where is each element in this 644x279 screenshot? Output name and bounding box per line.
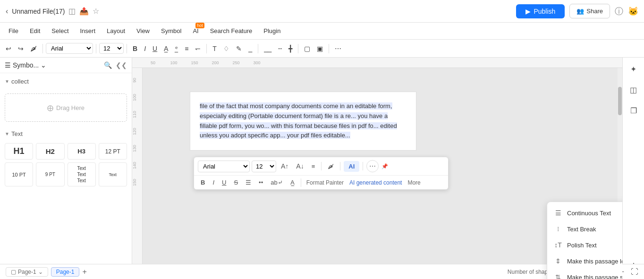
text-item-h1[interactable]: H1 [5, 143, 33, 160]
page-text[interactable]: file of the fact that most company docum… [190, 92, 416, 150]
line-style-button[interactable]: ⎯⎯ [261, 43, 274, 54]
crop-button[interactable]: ▣ [314, 43, 326, 54]
font-color-button[interactable]: A̲ [161, 43, 171, 54]
menu-ai[interactable]: AI hot [188, 25, 203, 36]
text-item-small[interactable]: Text [99, 162, 127, 186]
cm-item-polish-text[interactable]: ↕T Polish Text [547, 237, 622, 253]
text-item-h2[interactable]: H2 [36, 143, 64, 160]
toolbar-divider-1 [42, 44, 43, 53]
line-style2-button[interactable]: ╌ [275, 43, 285, 54]
float-italic-button[interactable]: I [210, 178, 217, 187]
menu-file[interactable]: File [4, 25, 23, 36]
bold-button[interactable]: B [130, 43, 140, 54]
canvas-content: file of the fact that most company docum… [143, 68, 622, 279]
menu-insert[interactable]: Insert [76, 25, 101, 36]
float-align-button[interactable]: ≡ [309, 161, 318, 171]
sidebar-expand-icon[interactable]: ⌄ [41, 61, 46, 69]
menu-select[interactable]: Select [47, 25, 73, 36]
float-bullet-button[interactable]: •• [256, 178, 266, 187]
more-button[interactable]: ⋯ [332, 43, 344, 54]
back-icon[interactable]: ‹ [6, 7, 8, 16]
rb-star-icon[interactable]: ✦ [626, 61, 641, 76]
menu-symbol[interactable]: Symbol [156, 25, 186, 36]
align-button[interactable]: ↽ [192, 43, 203, 54]
cm-item-continuous-text[interactable]: ☰ Continuous Text [547, 205, 622, 221]
cm-item-text-break[interactable]: ⁝ Text Break ► [547, 221, 622, 237]
menu-layout[interactable]: Layout [102, 25, 130, 36]
share-button[interactable]: 👥 Share [569, 4, 610, 18]
rb-panel-icon[interactable]: ◫ [626, 82, 641, 97]
fill-button[interactable]: ♢ [220, 43, 232, 54]
collect-arrow: ▼ [5, 79, 9, 84]
cm-item-shorter[interactable]: ⇅ Make this passage shorter [547, 269, 622, 279]
collect-header[interactable]: ▼ collect [5, 76, 127, 87]
menu-search-feature[interactable]: Search Feature [205, 25, 257, 36]
font-size-select[interactable]: 12 [99, 43, 124, 54]
float-more-button[interactable]: ⋯ [366, 160, 379, 172]
share-doc-icon[interactable]: 📤 [79, 7, 89, 16]
line-border-button[interactable]: ╋ [286, 43, 295, 54]
float-font-color-button[interactable]: A̲ [288, 178, 297, 187]
title-left: ‹ Unnamed File(17) ◫ 📤 ☆ [6, 7, 99, 16]
sidebar-search-icon[interactable]: 🔍 [104, 61, 112, 69]
menu-edit[interactable]: Edit [25, 25, 45, 36]
bb-add-page-button[interactable]: + [82, 268, 86, 276]
bb-page-tab[interactable]: ▢ Page-1 ⌄ [6, 267, 48, 277]
text-item-h3[interactable]: H3 [68, 143, 96, 160]
float-font-up-button[interactable]: A↑ [278, 161, 291, 171]
text-tool-button[interactable]: T [210, 43, 220, 54]
scrollbar-thumb[interactable] [618, 87, 622, 115]
sidebar-collapse-icon[interactable]: ❮❮ [116, 61, 127, 69]
title-right: ▶ Publish 👥 Share ⓘ 🐱 [516, 4, 638, 18]
page-canvas: file of the fact that most company docum… [190, 92, 416, 151]
connector-button[interactable]: ⎯ [246, 43, 255, 54]
underline-button[interactable]: U [150, 43, 160, 54]
menu-plugin[interactable]: Plugin [259, 25, 285, 36]
bb-active-page[interactable]: Page-1 [51, 267, 80, 277]
paint-format-button[interactable]: 🌶 [27, 43, 40, 54]
text-header[interactable]: ▼ Text [5, 128, 127, 139]
hot-badge: hot [195, 23, 204, 28]
help-icon[interactable]: ⓘ [615, 6, 623, 17]
star-icon[interactable]: ☆ [93, 7, 99, 16]
font-family-select[interactable]: Arial [46, 43, 93, 54]
toolbar-divider-3 [127, 44, 127, 53]
drag-here-plus-icon: ⨁ [47, 104, 53, 111]
publish-icon: ▶ [525, 8, 531, 15]
title-bar: ‹ Unnamed File(17) ◫ 📤 ☆ ▶ Publish 👥 Sha… [0, 0, 644, 23]
file-title: Unnamed File(17) [12, 8, 65, 15]
float-pin-button[interactable]: 📌 [381, 163, 388, 169]
float-ai-button[interactable]: AI [344, 161, 359, 172]
bb-fullscreen-button[interactable]: ⛶ [631, 268, 638, 276]
italic-button[interactable]: I [141, 43, 149, 54]
avatar[interactable]: 🐱 [628, 6, 638, 17]
float-bold-button[interactable]: B [198, 178, 208, 187]
rb-grid-icon[interactable]: ❐ [626, 103, 641, 118]
float-paint-button[interactable]: 🌶 [325, 161, 337, 171]
float-wrap-button[interactable]: ab⤶ [268, 178, 285, 187]
float-underline-button[interactable]: U [219, 178, 229, 187]
text-item-10pt[interactable]: 10 PT [5, 162, 33, 186]
float-list-button[interactable]: ☰ [243, 178, 254, 187]
drag-here-area[interactable]: ⨁ Drag Here [5, 93, 127, 122]
passage-longer-icon: ⇕ [554, 257, 562, 265]
line-spacing-button[interactable]: ≡ [182, 43, 191, 54]
float-size-select[interactable]: 12 [252, 161, 276, 172]
ft-divider-1 [321, 162, 322, 170]
undo-button[interactable]: ↩ [3, 43, 14, 54]
panel-icon[interactable]: ◫ [68, 7, 76, 16]
ft-divider-2 [340, 162, 340, 170]
text-item-9pt[interactable]: 9 PT [36, 162, 64, 186]
float-font-select[interactable]: Arial [198, 161, 250, 172]
pen-button[interactable]: ✎ [233, 43, 245, 54]
frame-button[interactable]: ▢ [301, 43, 313, 54]
float-strike-button[interactable]: S [231, 178, 241, 187]
text-item-12pt[interactable]: 12 PT [99, 143, 127, 160]
redo-button[interactable]: ↪ [15, 43, 26, 54]
float-font-down-button[interactable]: A↓ [293, 161, 306, 171]
menu-view[interactable]: View [132, 25, 154, 36]
cm-item-longer[interactable]: ⇕ Make this passage longer [547, 253, 622, 269]
text-item-stacked[interactable]: Text Text Text [68, 162, 96, 186]
publish-button[interactable]: ▶ Publish [516, 4, 565, 18]
strikethrough-button[interactable]: ᵉ̲ [172, 43, 181, 54]
